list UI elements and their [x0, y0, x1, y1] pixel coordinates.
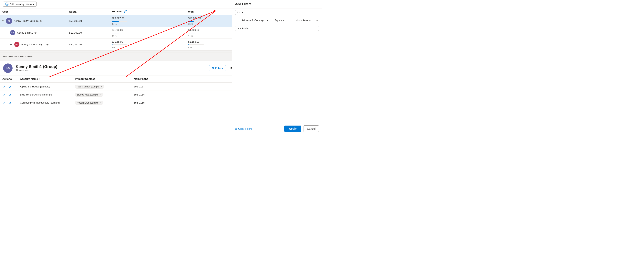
row-collapse-icon[interactable]: ▶ — [10, 43, 12, 46]
open-record-icon-2[interactable]: ↗ — [2, 93, 6, 97]
add-filters-title: Add Filters — [232, 0, 322, 9]
col-user: User — [0, 9, 67, 15]
avatar: KS — [10, 30, 15, 35]
right-panel: Add Filters And ▾ Address 2: Country/...… — [232, 0, 322, 134]
add-record-icon-2[interactable]: ⊕ — [8, 93, 12, 97]
and-dropdown[interactable]: And ▾ — [235, 10, 245, 15]
drill-down-button[interactable]: ⟲ Drill down by: None ▾ — [3, 2, 36, 7]
field-selector[interactable]: Address 2: Country/... ▾ — [240, 18, 271, 23]
row-expand-icon[interactable]: ▾ — [2, 20, 4, 22]
col-forecast: Forecast i — [109, 9, 186, 15]
panel-footer: ⧖ Clear Filters Apply Cancel — [232, 123, 322, 134]
avatar: KS — [6, 18, 12, 24]
account-name-cell: Alpine Ski House (sample) — [18, 83, 72, 91]
filter-row: Address 2: Country/... ▾ Equals ▾ North … — [232, 17, 322, 24]
filters-button[interactable]: ⧖ Filters — [209, 65, 226, 71]
contact-remove-icon-3[interactable]: ✕ — [100, 102, 102, 104]
filter-more-icon[interactable]: ··· — [315, 18, 319, 23]
user-name: Kenny Smith1 — [17, 31, 33, 34]
add-record-icon[interactable]: ⊕ — [8, 85, 12, 89]
filter-checkbox[interactable] — [235, 19, 238, 22]
filter-value-input[interactable]: North Ameria — [294, 18, 313, 23]
add-icon: + — [238, 27, 239, 30]
operator-chevron-icon: ▾ — [283, 19, 284, 22]
field-chevron-icon: ▾ — [267, 19, 268, 22]
col-primary-contact: Primary Contact — [72, 76, 132, 83]
clear-filters-button[interactable]: ⧖ Clear Filters — [235, 127, 252, 130]
contact-remove-icon-2[interactable]: ✕ — [100, 94, 102, 96]
drill-down-label: Drill down by: None — [10, 3, 32, 6]
cancel-button[interactable]: Cancel — [304, 125, 319, 132]
entity-name: Kenny Smith1 (Group) — [16, 65, 57, 69]
account-name-cell-3: Contoso Pharmaceuticals (sample) — [18, 99, 72, 107]
entity-info: Kenny Smith1 (Group) All accounts — [16, 65, 57, 72]
account-name-cell-2: Blue Yonder Airlines (sample) — [18, 91, 72, 99]
entity-avatar: KS — [3, 64, 12, 73]
open-record-icon-3[interactable]: ↗ — [2, 101, 6, 105]
expand-user-icon[interactable]: ⊕ — [40, 19, 42, 23]
expand-user-icon-2[interactable]: ⊕ — [34, 31, 37, 34]
col-won: Won — [186, 9, 236, 15]
won-cell: $18,084.00 36 % — [186, 15, 236, 27]
group-name: Kenny Smith1 (group) — [14, 20, 38, 23]
drill-down-chevron: ▾ — [33, 3, 34, 6]
drill-down-icon: ⟲ — [5, 3, 8, 6]
contact-cell-2: Sidney Higa (sample) ✕ — [72, 91, 132, 99]
contact-cell-3: Robert Lyon (sample) ✕ — [72, 99, 132, 107]
filter-icon: ⧖ — [212, 66, 214, 70]
user-name-2: Nancy Anderrson (… — [21, 43, 45, 46]
contact-remove-icon[interactable]: ✕ — [101, 86, 102, 88]
add-filter-button[interactable]: + + Add ▾ — [235, 26, 319, 31]
col-account-name[interactable]: Account Name ↑ — [18, 76, 72, 83]
entity-subtitle: All accounts — [16, 69, 57, 72]
add-chevron-icon: ▾ — [247, 27, 248, 30]
open-record-icon[interactable]: ↗ — [2, 85, 6, 89]
operator-selector[interactable]: Equals ▾ — [273, 18, 292, 23]
quota-cell: $50,000.00 — [67, 15, 109, 27]
forecast-cell: $23,027.00 46 % — [109, 15, 186, 27]
col-quota: Quota — [67, 9, 109, 15]
col-actions: Actions — [0, 76, 18, 83]
and-chevron-icon: ▾ — [242, 11, 244, 14]
forecast-info-icon[interactable]: i — [124, 10, 127, 13]
clear-filter-icon: ⧖ — [235, 127, 237, 130]
add-record-icon-3[interactable]: ⊕ — [8, 101, 12, 105]
expand-user-icon-3[interactable]: ⊕ — [46, 43, 49, 46]
apply-button[interactable]: Apply — [284, 126, 302, 132]
underlying-records-title: UNDERLYING RECORDS — [3, 55, 33, 58]
avatar: NA — [14, 42, 20, 47]
contact-cell: Paul Cannon (sample) ✕ — [72, 83, 132, 91]
